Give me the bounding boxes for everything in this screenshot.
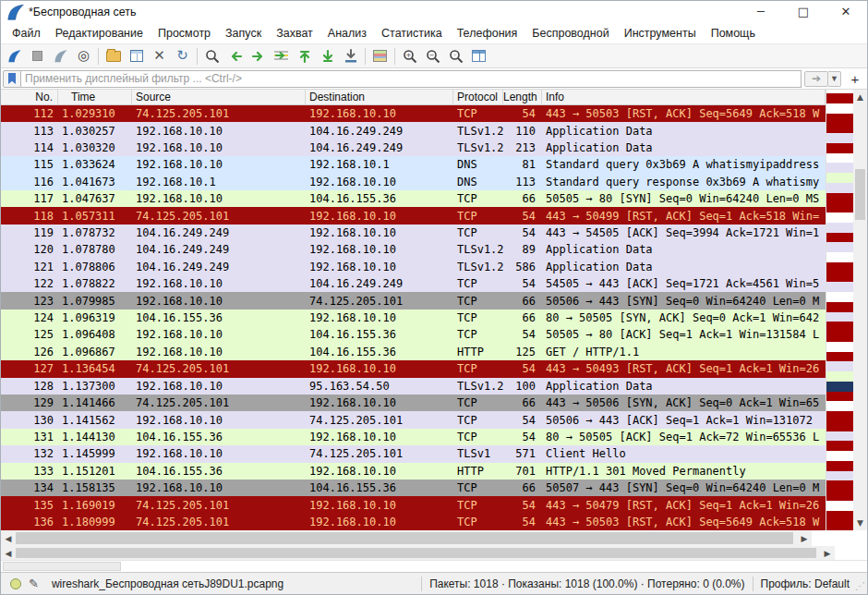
minimize-button[interactable]: ─ — [740, 1, 782, 22]
scroll-up-button[interactable]: ▲ — [853, 90, 867, 104]
filter-bookmark-button[interactable] — [3, 70, 21, 88]
no-cell: 126 — [1, 346, 58, 358]
packet-row-128[interactable]: 1281.137300192.168.10.1095.163.54.50TLSv… — [1, 378, 826, 395]
packet-row-127[interactable]: 1271.13645474.125.205.101192.168.10.10TC… — [1, 360, 826, 377]
hscroll-track-2[interactable] — [16, 546, 820, 560]
go-last-packet-button[interactable] — [316, 46, 339, 67]
go-back-button[interactable] — [223, 46, 247, 67]
info-cell: 80 → 50505 [ACK] Seq=1 Ack=72 Win=65536 … — [542, 431, 826, 443]
packet-row-116[interactable]: 1161.041673192.168.10.1192.168.10.10DNS1… — [1, 174, 826, 190]
packet-row-135[interactable]: 1351.16901974.125.205.101192.168.10.10TC… — [1, 496, 826, 513]
scroll-down-button[interactable]: ▼ — [853, 516, 867, 530]
menu-item[interactable]: Просмотр — [151, 24, 218, 42]
hscroll-thumb[interactable] — [16, 532, 793, 544]
menu-item[interactable]: Файл — [5, 24, 48, 42]
packet-list-hscrollbar[interactable]: ◀ ▶ — [1, 530, 867, 546]
zoom-reset-button[interactable]: · — [444, 46, 467, 67]
zoom-out-button[interactable]: − — [421, 46, 444, 67]
go-forward-button[interactable] — [247, 46, 270, 67]
vertical-scroll-track[interactable] — [853, 104, 867, 516]
scroll-left-button[interactable]: ◀ — [1, 530, 16, 546]
packet-row-113[interactable]: 1131.030257192.168.10.10104.16.249.249TL… — [1, 122, 826, 139]
menu-item[interactable]: Помощь — [704, 24, 763, 42]
colorize-packets-button[interactable] — [368, 46, 392, 67]
packet-row-112[interactable]: 1121.02931074.125.205.101192.168.10.10TC… — [1, 105, 826, 122]
packet-row-126[interactable]: 1261.096867192.168.10.10104.16.155.36HTT… — [1, 344, 826, 360]
column-header-no[interactable]: No. — [1, 90, 58, 104]
minimap-stripe — [826, 421, 853, 431]
column-header-protocol[interactable]: Protocol — [453, 90, 503, 104]
packet-row-114[interactable]: 1141.030320192.168.10.10104.16.249.249TL… — [1, 140, 826, 156]
resize-columns-button[interactable] — [467, 46, 490, 67]
colorize-packets-icon — [373, 50, 387, 62]
scroll-right-button-2[interactable]: ▶ — [820, 546, 835, 560]
packet-row-119[interactable]: 1191.078732104.16.249.249192.168.10.10TC… — [1, 225, 826, 241]
source-cell: 104.16.249.249 — [132, 226, 306, 239]
go-to-packet-button[interactable] — [270, 46, 293, 67]
save-file-button[interactable] — [125, 46, 148, 67]
column-header-time[interactable]: Time — [58, 90, 132, 104]
close-file-button[interactable]: ✕ — [148, 46, 171, 67]
profile-label[interactable]: Профиль: Default — [761, 577, 850, 590]
scroll-right-button[interactable]: ▶ — [797, 530, 812, 546]
apply-filter-button[interactable]: ➔ — [804, 71, 828, 87]
add-filter-button[interactable]: + — [847, 70, 863, 87]
menu-item[interactable]: Беспроводной — [524, 24, 616, 42]
column-header-info[interactable]: Info — [542, 90, 826, 104]
close-button[interactable]: ✕ — [825, 1, 867, 22]
start-capture-button[interactable] — [3, 46, 26, 67]
packet-row-132[interactable]: 1321.145999192.168.10.1074.125.205.101TL… — [1, 445, 826, 462]
packet-row-115[interactable]: 1151.033624192.168.10.10192.168.10.1DNS8… — [1, 156, 826, 173]
filter-dropdown-caret[interactable]: ▼ — [828, 71, 841, 87]
find-packet-button[interactable] — [200, 46, 223, 67]
resize-grip[interactable]: ⋰ — [855, 580, 865, 592]
secondary-hscrollbar[interactable]: ◀ ▶ — [1, 546, 867, 560]
packet-row-130[interactable]: 1301.141562192.168.10.1074.125.205.101TC… — [1, 411, 826, 428]
packet-row-131[interactable]: 1311.144130104.16.155.36192.168.10.10TCP… — [1, 429, 826, 445]
packet-row-118[interactable]: 1181.05731174.125.205.101192.168.10.10TC… — [1, 207, 826, 224]
packet-row-124[interactable]: 1241.096319104.16.155.36192.168.10.10TCP… — [1, 310, 826, 326]
scroll-left-button-2[interactable]: ◀ — [1, 546, 16, 560]
menu-item[interactable]: Анализ — [320, 24, 374, 42]
menu-item[interactable]: Инструменты — [617, 24, 704, 42]
menu-item[interactable]: Статистика — [374, 24, 450, 42]
menu-item[interactable]: Редактирование — [48, 24, 151, 42]
stop-capture-button[interactable] — [26, 46, 49, 67]
zoom-in-button[interactable]: + — [398, 46, 421, 67]
column-header-destination[interactable]: Destination — [306, 90, 453, 104]
menu-item[interactable]: Телефония — [450, 24, 525, 42]
maximize-button[interactable]: □ — [782, 1, 825, 22]
packet-row-133[interactable]: 1331.151201104.16.155.36192.168.10.10HTT… — [1, 463, 826, 480]
capture-options-button[interactable]: ◎ — [72, 46, 95, 67]
capture-comment-icon[interactable]: ✎ — [29, 577, 39, 590]
restart-capture-button[interactable] — [49, 46, 72, 67]
go-first-packet-button[interactable] — [293, 46, 316, 67]
expert-info-icon[interactable] — [10, 578, 21, 589]
packet-row-129[interactable]: 1291.14146674.125.205.101192.168.10.10TC… — [1, 395, 826, 411]
column-header-source[interactable]: Source — [132, 90, 306, 104]
packet-row-117[interactable]: 1171.047637192.168.10.10104.16.155.36TCP… — [1, 190, 826, 207]
length-cell: 113 — [503, 176, 542, 188]
hscroll-thumb-2[interactable] — [16, 548, 816, 558]
packet-row-134[interactable]: 1341.158135192.168.10.10104.16.155.36TCP… — [1, 480, 826, 496]
menu-item[interactable]: Захват — [269, 24, 320, 42]
vertical-scroll-thumb[interactable] — [855, 169, 865, 220]
minimap-stripe — [826, 262, 853, 273]
packet-row-122[interactable]: 1221.078822192.168.10.10104.16.249.249TC… — [1, 275, 826, 292]
collapsed-pane-handle[interactable] — [3, 562, 121, 571]
hscroll-track[interactable] — [16, 530, 797, 546]
intelligent-scrollbar-minimap[interactable] — [826, 90, 853, 530]
info-cell: 50507 → 443 [SYN] Seq=0 Win=64240 Len=0 … — [542, 481, 826, 494]
reload-file-button[interactable]: ↻ — [171, 46, 194, 67]
menu-item[interactable]: Запуск — [218, 24, 269, 42]
packet-row-123[interactable]: 1231.079985192.168.10.1074.125.205.101TC… — [1, 292, 826, 309]
packet-row-125[interactable]: 1251.096408192.168.10.10104.16.155.36TCP… — [1, 326, 826, 343]
column-header-length[interactable]: Length — [503, 90, 542, 104]
auto-scroll-button[interactable] — [339, 46, 362, 67]
packet-row-121[interactable]: 1211.078806104.16.249.249192.168.10.10TL… — [1, 259, 826, 275]
packet-row-120[interactable]: 1201.078780104.16.249.249192.168.10.10TL… — [1, 241, 826, 258]
open-file-button[interactable] — [102, 46, 125, 67]
display-filter-input[interactable] — [21, 70, 802, 88]
vertical-scrollbar[interactable]: ▲ ▼ — [853, 90, 867, 530]
packet-row-136[interactable]: 1361.18099974.125.205.101192.168.10.10TC… — [1, 514, 826, 530]
